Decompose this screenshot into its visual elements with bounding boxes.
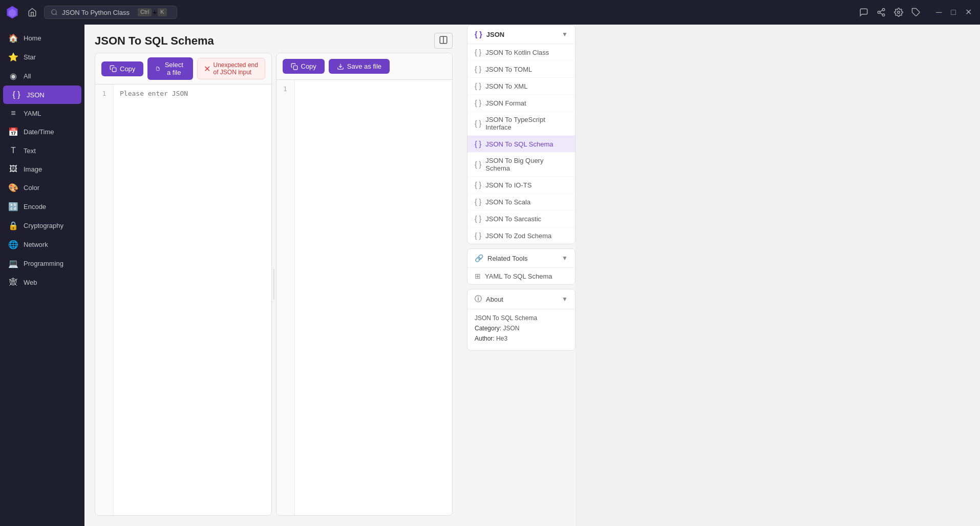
svg-point-5 xyxy=(878,11,880,14)
json-tool-label: JSON To Scala xyxy=(485,198,530,206)
json-tool-icon: { } xyxy=(475,215,481,223)
sidebar-item-datetime[interactable]: 📅 Date/Time xyxy=(0,122,84,141)
sidebar: 🏠 Home ⭐ Star ◉ All { } JSON ≡ YAML 📅 Da… xyxy=(0,25,84,526)
share-icon-btn[interactable] xyxy=(874,5,889,20)
sidebar-label-web: Web xyxy=(24,279,37,286)
chat-icon-btn[interactable] xyxy=(856,5,871,20)
settings-icon-btn[interactable] xyxy=(891,5,906,20)
about-content: JSON To SQL Schema Category: JSON Author… xyxy=(467,309,575,350)
top-bar: Ctrl + K xyxy=(0,0,980,25)
svg-point-6 xyxy=(882,14,885,16)
json-tool-label: JSON To XML xyxy=(485,82,527,90)
maximize-btn[interactable]: □ xyxy=(947,6,960,18)
sidebar-icon-yaml: ≡ xyxy=(8,109,18,118)
home-icon-btn[interactable] xyxy=(25,5,40,20)
related-tool-icon: ⊞ xyxy=(475,272,481,280)
main-layout: 🏠 Home ⭐ Star ◉ All { } JSON ≡ YAML 📅 Da… xyxy=(0,25,576,526)
sidebar-label-color: Color xyxy=(24,184,39,192)
json-tool-item-json-to-kotlin[interactable]: { } JSON To Kotlin Class xyxy=(467,44,575,61)
related-tools-header[interactable]: 🔗 Related Tools ▼ xyxy=(467,249,575,268)
related-tools-title: 🔗 Related Tools xyxy=(475,254,528,262)
json-brace-icon: { } xyxy=(475,30,482,38)
sidebar-item-star[interactable]: ⭐ Star xyxy=(0,48,84,67)
editor-content: 1 xyxy=(95,85,271,515)
sidebar-icon-text: T xyxy=(8,146,18,155)
sidebar-label-encode: Encode xyxy=(24,203,46,211)
search-bar[interactable]: Ctrl + K xyxy=(44,6,177,19)
json-section-header[interactable]: { } JSON ▼ xyxy=(467,25,575,44)
sidebar-item-home[interactable]: 🏠 Home xyxy=(0,29,84,48)
json-items-list: { } JSON To Kotlin Class { } JSON To TOM… xyxy=(467,44,575,244)
close-btn[interactable]: ✕ xyxy=(961,6,976,18)
sidebar-item-image[interactable]: 🖼 Image xyxy=(0,160,84,178)
json-tool-item-json-to-sarcastic[interactable]: { } JSON To Sarcastic xyxy=(467,211,575,227)
json-tool-icon: { } xyxy=(475,160,481,169)
sidebar-item-all[interactable]: ◉ All xyxy=(0,67,84,86)
layout-toggle-btn[interactable] xyxy=(434,33,453,49)
json-tool-item-json-to-toml[interactable]: { } JSON To TOML xyxy=(467,61,575,78)
page-header: JSON To SQL Schema xyxy=(84,25,463,53)
sql-output[interactable] xyxy=(295,80,453,515)
output-copy-button[interactable]: Copy xyxy=(283,59,325,74)
json-tool-label: JSON To IO-TS xyxy=(485,181,531,189)
json-section-chevron: ▼ xyxy=(562,31,568,38)
sidebar-item-web[interactable]: 🕸 Web xyxy=(0,273,84,291)
json-tool-item-json-to-zod[interactable]: { } JSON To Zod Schema xyxy=(467,227,575,244)
search-input[interactable] xyxy=(62,9,134,16)
input-toolbar: Copy Select a file ✕ Unexpected end of J… xyxy=(95,53,271,85)
about-title: ⓘ About xyxy=(475,294,503,304)
input-copy-button[interactable]: Copy xyxy=(101,61,143,76)
json-tool-item-json-to-io-ts[interactable]: { } JSON To IO-TS xyxy=(467,177,575,194)
minimize-btn[interactable]: ─ xyxy=(932,6,946,18)
save-as-file-button[interactable]: Save as file xyxy=(329,59,390,74)
json-tool-icon: { } xyxy=(475,82,481,90)
sidebar-icon-programming: 💻 xyxy=(8,259,18,268)
related-tools-icon: 🔗 xyxy=(475,254,483,262)
sidebar-item-encode[interactable]: 🔡 Encode xyxy=(0,197,84,216)
sidebar-item-programming[interactable]: 💻 Programming xyxy=(0,254,84,273)
json-tool-label: JSON To Sarcastic xyxy=(485,215,541,223)
json-tool-label: JSON To SQL Schema xyxy=(485,140,553,148)
sidebar-label-cryptography: Cryptography xyxy=(24,222,63,229)
related-tool-label: YAML To SQL Schema xyxy=(485,272,552,280)
sidebar-item-network[interactable]: 🌐 Network xyxy=(0,235,84,254)
copy-icon xyxy=(110,65,117,72)
svg-point-9 xyxy=(898,11,900,14)
sidebar-label-home: Home xyxy=(24,34,41,42)
sidebar-icon-star: ⭐ xyxy=(8,52,18,62)
sidebar-item-cryptography[interactable]: 🔒 Cryptography xyxy=(0,216,84,235)
json-tool-item-json-format[interactable]: { } JSON Format xyxy=(467,95,575,112)
svg-line-7 xyxy=(880,13,882,14)
sidebar-item-yaml[interactable]: ≡ YAML xyxy=(0,104,84,122)
sidebar-item-color[interactable]: 🎨 Color xyxy=(0,178,84,197)
about-tool-name: JSON To SQL Schema xyxy=(475,314,568,322)
json-tool-item-json-to-bigquery[interactable]: { } JSON To Big Query Schema xyxy=(467,153,575,177)
sidebar-label-yaml: YAML xyxy=(24,110,41,117)
related-tool-item-yaml-to-sql[interactable]: ⊞ YAML To SQL Schema xyxy=(467,268,575,284)
select-file-button[interactable]: Select a file xyxy=(147,57,193,80)
sidebar-icon-cryptography: 🔒 xyxy=(8,221,18,230)
sidebar-label-image: Image xyxy=(24,165,42,173)
json-tool-icon: { } xyxy=(475,48,481,56)
json-tool-item-json-to-sql[interactable]: { } JSON To SQL Schema xyxy=(467,136,575,153)
sidebar-item-text[interactable]: T Text xyxy=(0,141,84,160)
input-panel: Copy Select a file ✕ Unexpected end of J… xyxy=(95,53,272,516)
svg-point-4 xyxy=(882,9,885,11)
extension-icon-btn[interactable] xyxy=(908,5,924,20)
about-header[interactable]: ⓘ About ▼ xyxy=(467,289,575,309)
sidebar-icon-color: 🎨 xyxy=(8,183,18,193)
error-badge: ✕ Unexpected end of JSON input xyxy=(197,58,265,79)
svg-line-3 xyxy=(56,14,57,15)
about-chevron: ▼ xyxy=(562,296,568,303)
json-tool-item-json-to-xml[interactable]: { } JSON To XML xyxy=(467,78,575,95)
sidebar-label-datetime: Date/Time xyxy=(24,128,54,136)
json-input[interactable] xyxy=(114,85,271,515)
sidebar-label-network: Network xyxy=(24,241,48,248)
editor-textarea-wrap[interactable] xyxy=(114,85,271,515)
sidebar-item-json[interactable]: { } JSON xyxy=(3,86,81,104)
json-tool-item-json-to-ts[interactable]: { } JSON To TypeScript Interface xyxy=(467,112,575,136)
json-tool-item-json-to-scala[interactable]: { } JSON To Scala xyxy=(467,194,575,211)
sidebar-icon-json: { } xyxy=(11,90,22,99)
json-tool-icon: { } xyxy=(475,198,481,206)
sidebar-icon-all: ◉ xyxy=(8,71,18,81)
